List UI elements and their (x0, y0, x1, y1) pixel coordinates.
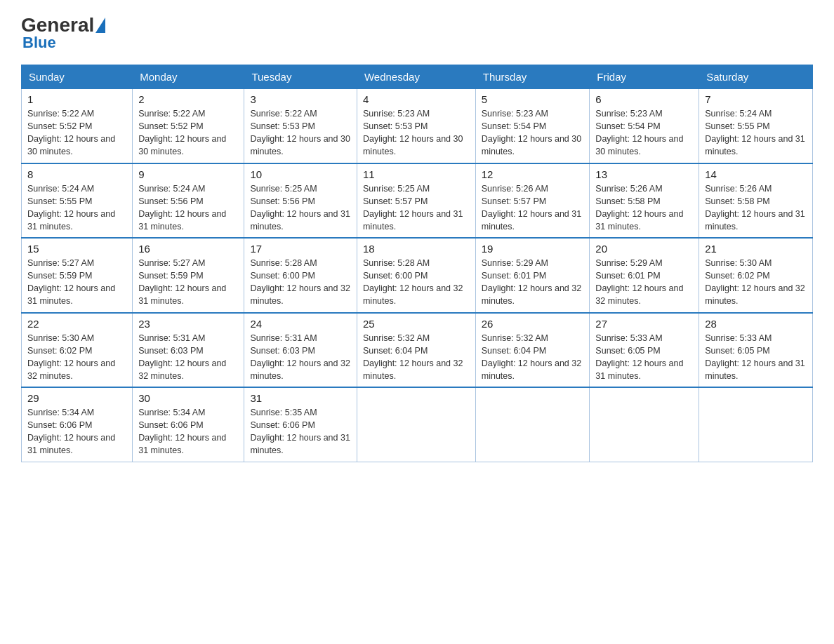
day-number: 27 (595, 318, 693, 330)
day-number: 13 (595, 168, 693, 180)
day-info: Sunrise: 5:25 AMSunset: 5:56 PMDaylight:… (250, 184, 350, 232)
day-info: Sunrise: 5:24 AMSunset: 5:55 PMDaylight:… (27, 184, 115, 232)
day-number: 18 (363, 243, 470, 255)
calendar-cell: 29 Sunrise: 5:34 AMSunset: 6:06 PMDaylig… (22, 387, 133, 462)
calendar-cell: 19 Sunrise: 5:29 AMSunset: 6:01 PMDaylig… (475, 238, 590, 313)
day-number: 5 (482, 93, 584, 105)
calendar-cell: 23 Sunrise: 5:31 AMSunset: 6:03 PMDaylig… (133, 313, 244, 388)
day-info: Sunrise: 5:26 AMSunset: 5:58 PMDaylight:… (595, 184, 683, 232)
calendar-cell: 14 Sunrise: 5:26 AMSunset: 5:58 PMDaylig… (699, 163, 813, 239)
calendar-cell: 15 Sunrise: 5:27 AMSunset: 5:59 PMDaylig… (22, 238, 133, 313)
calendar-cell: 31 Sunrise: 5:35 AMSunset: 6:06 PMDaylig… (244, 387, 357, 462)
weekday-header-saturday: Saturday (699, 65, 813, 89)
day-number: 11 (363, 168, 470, 180)
day-number: 15 (27, 243, 126, 255)
weekday-header-friday: Friday (590, 65, 699, 89)
day-number: 19 (482, 243, 584, 255)
calendar-cell: 20 Sunrise: 5:29 AMSunset: 6:01 PMDaylig… (590, 238, 699, 313)
calendar-cell: 13 Sunrise: 5:26 AMSunset: 5:58 PMDaylig… (590, 163, 699, 239)
day-number: 4 (363, 93, 470, 105)
week-row-2: 8 Sunrise: 5:24 AMSunset: 5:55 PMDayligh… (22, 163, 813, 239)
day-info: Sunrise: 5:28 AMSunset: 6:00 PMDaylight:… (250, 258, 350, 306)
day-info: Sunrise: 5:23 AMSunset: 5:53 PMDaylight:… (363, 109, 463, 156)
day-info: Sunrise: 5:34 AMSunset: 6:06 PMDaylight:… (138, 408, 226, 455)
day-info: Sunrise: 5:33 AMSunset: 6:05 PMDaylight:… (595, 333, 683, 381)
weekday-header-wednesday: Wednesday (357, 65, 475, 89)
day-number: 30 (138, 392, 238, 404)
day-number: 9 (138, 168, 238, 180)
logo-triangle-icon (95, 18, 105, 33)
day-number: 8 (27, 168, 126, 180)
day-info: Sunrise: 5:28 AMSunset: 6:00 PMDaylight:… (363, 258, 463, 306)
day-info: Sunrise: 5:31 AMSunset: 6:03 PMDaylight:… (138, 333, 226, 381)
day-number: 16 (138, 243, 238, 255)
calendar-cell: 4 Sunrise: 5:23 AMSunset: 5:53 PMDayligh… (357, 89, 475, 163)
calendar-cell: 2 Sunrise: 5:22 AMSunset: 5:52 PMDayligh… (133, 89, 244, 163)
day-number: 21 (705, 243, 807, 255)
day-info: Sunrise: 5:24 AMSunset: 5:55 PMDaylight:… (705, 109, 805, 156)
day-info: Sunrise: 5:23 AMSunset: 5:54 PMDaylight:… (482, 109, 581, 156)
day-number: 24 (250, 318, 351, 330)
calendar-cell: 18 Sunrise: 5:28 AMSunset: 6:00 PMDaylig… (357, 238, 475, 313)
calendar-cell (475, 387, 590, 462)
day-number: 7 (705, 93, 807, 105)
calendar-cell: 10 Sunrise: 5:25 AMSunset: 5:56 PMDaylig… (244, 163, 357, 239)
day-number: 28 (705, 318, 807, 330)
day-number: 26 (482, 318, 584, 330)
day-number: 6 (595, 93, 693, 105)
day-info: Sunrise: 5:22 AMSunset: 5:52 PMDaylight:… (138, 109, 226, 156)
week-row-3: 15 Sunrise: 5:27 AMSunset: 5:59 PMDaylig… (22, 238, 813, 313)
week-row-5: 29 Sunrise: 5:34 AMSunset: 6:06 PMDaylig… (22, 387, 813, 462)
calendar-cell: 21 Sunrise: 5:30 AMSunset: 6:02 PMDaylig… (699, 238, 813, 313)
day-info: Sunrise: 5:29 AMSunset: 6:01 PMDaylight:… (595, 258, 683, 306)
calendar-cell (590, 387, 699, 462)
day-number: 17 (250, 243, 351, 255)
week-row-4: 22 Sunrise: 5:30 AMSunset: 6:02 PMDaylig… (22, 313, 813, 388)
day-info: Sunrise: 5:32 AMSunset: 6:04 PMDaylight:… (363, 333, 463, 381)
day-info: Sunrise: 5:31 AMSunset: 6:03 PMDaylight:… (250, 333, 350, 381)
weekday-header-monday: Monday (133, 65, 244, 89)
calendar-cell: 17 Sunrise: 5:28 AMSunset: 6:00 PMDaylig… (244, 238, 357, 313)
day-number: 22 (27, 318, 126, 330)
day-info: Sunrise: 5:26 AMSunset: 5:57 PMDaylight:… (482, 184, 581, 232)
calendar-cell: 28 Sunrise: 5:33 AMSunset: 6:05 PMDaylig… (699, 313, 813, 388)
day-number: 14 (705, 168, 807, 180)
day-info: Sunrise: 5:23 AMSunset: 5:54 PMDaylight:… (595, 109, 683, 156)
day-number: 31 (250, 392, 351, 404)
day-number: 23 (138, 318, 238, 330)
day-info: Sunrise: 5:30 AMSunset: 6:02 PMDaylight:… (27, 333, 115, 381)
calendar-cell: 25 Sunrise: 5:32 AMSunset: 6:04 PMDaylig… (357, 313, 475, 388)
calendar-cell: 30 Sunrise: 5:34 AMSunset: 6:06 PMDaylig… (133, 387, 244, 462)
day-info: Sunrise: 5:33 AMSunset: 6:05 PMDaylight:… (705, 333, 805, 381)
calendar-cell: 12 Sunrise: 5:26 AMSunset: 5:57 PMDaylig… (475, 163, 590, 239)
day-number: 20 (595, 243, 693, 255)
logo-sub: Blue (22, 34, 56, 52)
weekday-header-thursday: Thursday (475, 65, 590, 89)
day-number: 25 (363, 318, 470, 330)
day-info: Sunrise: 5:26 AMSunset: 5:58 PMDaylight:… (705, 184, 805, 232)
calendar-cell: 7 Sunrise: 5:24 AMSunset: 5:55 PMDayligh… (699, 89, 813, 163)
day-info: Sunrise: 5:29 AMSunset: 6:01 PMDaylight:… (482, 258, 581, 306)
day-info: Sunrise: 5:24 AMSunset: 5:56 PMDaylight:… (138, 184, 226, 232)
weekday-header-sunday: Sunday (22, 65, 133, 89)
day-info: Sunrise: 5:34 AMSunset: 6:06 PMDaylight:… (27, 408, 115, 455)
header: General Blue (21, 14, 813, 52)
day-number: 29 (27, 392, 126, 404)
day-number: 10 (250, 168, 351, 180)
day-info: Sunrise: 5:22 AMSunset: 5:53 PMDaylight:… (250, 109, 350, 156)
day-info: Sunrise: 5:30 AMSunset: 6:02 PMDaylight:… (705, 258, 805, 306)
calendar-cell: 22 Sunrise: 5:30 AMSunset: 6:02 PMDaylig… (22, 313, 133, 388)
week-row-1: 1 Sunrise: 5:22 AMSunset: 5:52 PMDayligh… (22, 89, 813, 163)
calendar-cell: 1 Sunrise: 5:22 AMSunset: 5:52 PMDayligh… (22, 89, 133, 163)
day-number: 1 (27, 93, 126, 105)
weekday-header-tuesday: Tuesday (244, 65, 357, 89)
calendar-cell: 24 Sunrise: 5:31 AMSunset: 6:03 PMDaylig… (244, 313, 357, 388)
day-info: Sunrise: 5:25 AMSunset: 5:57 PMDaylight:… (363, 184, 463, 232)
day-info: Sunrise: 5:27 AMSunset: 5:59 PMDaylight:… (27, 258, 115, 306)
calendar-cell: 27 Sunrise: 5:33 AMSunset: 6:05 PMDaylig… (590, 313, 699, 388)
weekday-header-row: SundayMondayTuesdayWednesdayThursdayFrid… (22, 65, 813, 89)
calendar-cell: 6 Sunrise: 5:23 AMSunset: 5:54 PMDayligh… (590, 89, 699, 163)
day-info: Sunrise: 5:32 AMSunset: 6:04 PMDaylight:… (482, 333, 581, 381)
day-info: Sunrise: 5:22 AMSunset: 5:52 PMDaylight:… (27, 109, 115, 156)
calendar-table: SundayMondayTuesdayWednesdayThursdayFrid… (21, 65, 813, 462)
